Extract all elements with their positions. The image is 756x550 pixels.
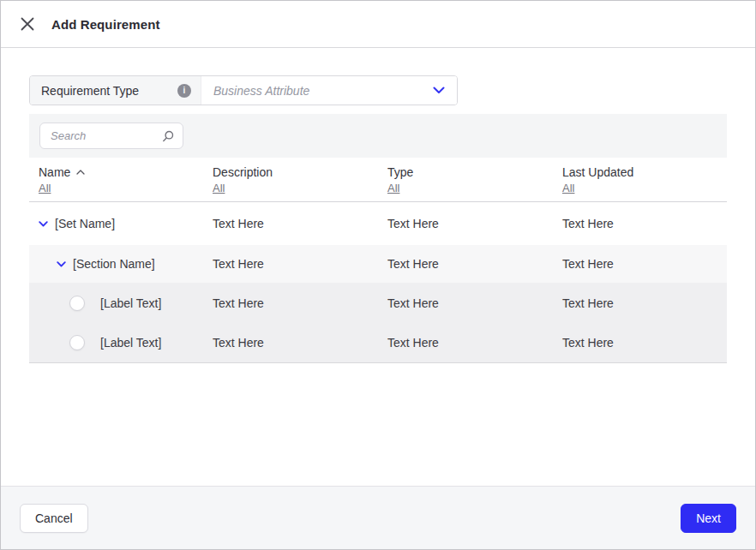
close-icon-glyph (21, 17, 34, 31)
requirement-type-select[interactable]: Business Attribute (201, 76, 457, 105)
modal-header: Add Requirement (1, 1, 755, 48)
column-header-name: Name All (29, 165, 213, 194)
row-type: Text Here (387, 336, 562, 350)
row-name: [Label Text] (100, 336, 161, 350)
expand-collapse-icon[interactable] (39, 221, 48, 227)
search-icon-glyph (162, 130, 174, 142)
table-row-set[interactable]: [Set Name] Text Here Text Here Text Here (29, 202, 727, 245)
next-button[interactable]: Next (681, 504, 736, 533)
column-header-description: Description All (213, 165, 387, 194)
expand-collapse-icon[interactable] (57, 261, 66, 267)
filter-link-type[interactable]: All (387, 182, 399, 194)
modal-content: Requirement Type i Business Attribute (1, 48, 755, 486)
row-name: [Section Name] (73, 257, 155, 271)
column-header-type: Type All (387, 165, 562, 194)
search-strip (29, 114, 727, 158)
requirement-type-label-zone: Requirement Type i (30, 76, 201, 105)
row-last-updated: Text Here (562, 257, 727, 271)
column-header-last-updated: Last Updated All (562, 165, 727, 194)
filter-link-name[interactable]: All (39, 182, 51, 194)
table-row-option[interactable]: [Label Text] Text Here Text Here Text He… (29, 283, 727, 323)
name-cell: [Label Text] (29, 296, 213, 311)
row-description: Text Here (213, 217, 387, 230)
filter-link-description[interactable]: All (213, 182, 225, 194)
row-description: Text Here (213, 257, 387, 271)
column-label: Description (213, 165, 273, 179)
name-cell: [Section Name] (29, 257, 213, 271)
row-last-updated: Text Here (562, 217, 727, 230)
modal-title: Add Requirement (51, 17, 160, 32)
requirement-type-placeholder: Business Attribute (213, 84, 309, 98)
search-icon[interactable] (162, 130, 174, 142)
filter-link-last-updated[interactable]: All (562, 182, 574, 194)
radio-button[interactable] (69, 296, 85, 311)
chevron-down-icon (39, 221, 48, 227)
row-description: Text Here (213, 296, 387, 310)
row-type: Text Here (387, 296, 562, 310)
row-type: Text Here (387, 217, 562, 230)
requirement-type-field: Requirement Type i Business Attribute (29, 75, 458, 105)
chevron-down-icon (57, 261, 66, 267)
row-name: [Label Text] (100, 296, 161, 310)
column-label: Name (39, 165, 70, 179)
table-row-option[interactable]: [Label Text] Text Here Text Here Text He… (29, 323, 727, 363)
row-type: Text Here (387, 257, 562, 271)
info-icon[interactable]: i (177, 84, 191, 98)
row-last-updated: Text Here (562, 336, 727, 350)
add-requirement-modal: Add Requirement Requirement Type i Busin… (0, 0, 756, 550)
table-header: Name All Description All Type All Last (29, 158, 727, 202)
row-description: Text Here (213, 336, 387, 350)
modal-footer: Cancel Next (1, 486, 755, 549)
name-cell: [Label Text] (29, 335, 213, 350)
row-name: [Set Name] (55, 217, 115, 230)
chevron-up-icon (76, 170, 85, 175)
row-last-updated: Text Here (562, 296, 727, 310)
requirement-type-label: Requirement Type (41, 84, 139, 98)
column-label: Last Updated (562, 165, 633, 179)
column-label: Type (387, 165, 413, 179)
table-row-section[interactable]: [Section Name] Text Here Text Here Text … (29, 245, 727, 283)
search-input-wrapper (39, 123, 183, 149)
sort-ascending-icon[interactable] (76, 170, 85, 175)
search-input[interactable] (51, 129, 145, 142)
close-icon[interactable] (20, 16, 35, 32)
chevron-down-icon (433, 87, 445, 94)
cancel-button[interactable]: Cancel (20, 504, 88, 533)
name-cell: [Set Name] (29, 217, 213, 230)
radio-button[interactable] (69, 335, 85, 350)
